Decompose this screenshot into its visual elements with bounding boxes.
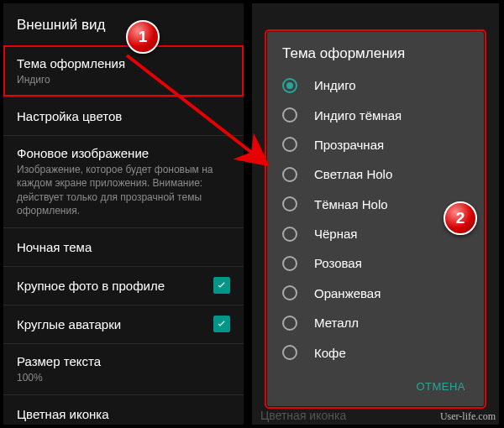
step-badge-1: 1 <box>126 20 160 54</box>
radio-unselected-icon <box>282 345 297 360</box>
theme-option-label: Прозрачная <box>314 138 384 152</box>
theme-option-label: Розовая <box>314 256 362 270</box>
theme-option-label: Тёмная Holo <box>314 197 388 211</box>
cancel-button[interactable]: ОТМЕНА <box>407 373 474 399</box>
setting-night-theme-title: Ночная тема <box>17 240 230 254</box>
faded-color-icon: Цветная иконка <box>260 409 346 422</box>
setting-theme-value: Индиго <box>17 73 230 86</box>
setting-text-size[interactable]: Размер текста 100% <box>3 343 244 394</box>
setting-colors-title: Настройка цветов <box>17 109 230 123</box>
setting-theme-title: Тема оформления <box>17 56 230 70</box>
watermark: User-life.com <box>440 410 496 423</box>
theme-option-label: Индиго тёмная <box>314 108 402 123</box>
panel-header: Внешний вид <box>3 3 244 45</box>
setting-night-theme[interactable]: Ночная тема <box>3 227 244 266</box>
setting-round-avatars[interactable]: Круглые аватарки <box>3 305 244 343</box>
setting-color-icon-title: Цветная иконка <box>17 407 230 421</box>
theme-option[interactable]: Розовая <box>267 248 484 278</box>
theme-option-label: Светлая Holo <box>314 167 392 181</box>
setting-big-photo[interactable]: Крупное фото в профиле <box>3 266 244 305</box>
setting-background-desc: Изображение, которое будет фоновым на ка… <box>17 163 230 217</box>
theme-option[interactable]: Индиго тёмная <box>267 100 484 129</box>
dialog-actions: ОТМЕНА <box>267 367 484 406</box>
setting-theme[interactable]: Тема оформления Индиго <box>3 45 244 97</box>
checkbox-checked-icon[interactable] <box>213 277 230 294</box>
theme-option-label: Индиго <box>314 78 356 92</box>
radio-selected-icon <box>282 78 297 93</box>
settings-panel-left: Внешний вид Тема оформления Индиго Настр… <box>3 3 244 425</box>
radio-unselected-icon <box>282 316 297 331</box>
theme-option[interactable]: Оранжевая <box>267 279 484 308</box>
setting-background-title: Фоновое изображение <box>17 146 230 160</box>
step-badge-2: 2 <box>444 201 477 235</box>
theme-option-label: Кофе <box>314 346 346 360</box>
radio-unselected-icon <box>282 285 297 300</box>
setting-text-size-title: Размер текста <box>17 354 230 368</box>
theme-option[interactable]: Прозрачная <box>267 130 484 159</box>
theme-option[interactable]: Индиго <box>267 70 484 100</box>
theme-option[interactable]: Кофе <box>267 337 484 367</box>
checkbox-checked-icon[interactable] <box>213 316 230 332</box>
setting-color-icon[interactable]: Цветная иконка <box>3 394 244 428</box>
theme-option-label: Металл <box>314 316 359 330</box>
setting-text-size-value: 100% <box>17 371 230 384</box>
dialog-title: Тема оформления <box>267 32 484 70</box>
radio-unselected-icon <box>282 256 297 271</box>
setting-colors[interactable]: Настройка цветов <box>3 97 244 135</box>
radio-unselected-icon <box>282 167 297 182</box>
theme-option[interactable]: Металл <box>267 308 484 337</box>
theme-option-label: Оранжевая <box>314 286 381 300</box>
setting-round-avatars-title: Круглые аватарки <box>17 317 121 331</box>
radio-unselected-icon <box>282 137 297 152</box>
radio-unselected-icon <box>282 196 297 211</box>
radio-unselected-icon <box>282 107 297 123</box>
theme-option-label: Чёрная <box>314 227 357 241</box>
radio-unselected-icon <box>282 227 297 242</box>
setting-big-photo-title: Крупное фото в профиле <box>17 279 165 293</box>
theme-option[interactable]: Светлая Holo <box>267 159 484 189</box>
setting-background[interactable]: Фоновое изображение Изображение, которое… <box>3 135 244 227</box>
